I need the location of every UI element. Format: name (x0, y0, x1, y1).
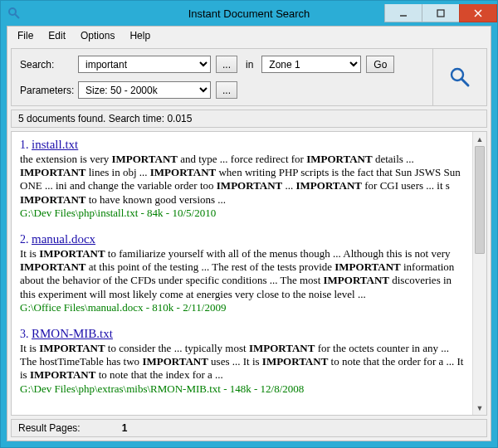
result-pages-label: Result Pages: (18, 422, 81, 434)
parameters-label: Parameters: (20, 85, 78, 96)
result-title-link[interactable]: RMON-MIB.txt (32, 327, 113, 340)
result-item: 3. RMON-MIB.txtIt is IMPORTANT to consid… (20, 326, 464, 396)
results-container: 1. install.txtthe extension is very IMPO… (11, 131, 487, 416)
scroll-thumb[interactable] (475, 146, 485, 254)
close-button[interactable] (459, 4, 497, 22)
app-icon (7, 7, 21, 20)
zone-select[interactable]: Zone 1 (261, 56, 361, 73)
scroll-down-icon[interactable]: ▼ (473, 401, 486, 415)
result-snippet: It is IMPORTANT to familiarize yourself … (20, 247, 464, 301)
result-number: 1. (20, 139, 32, 151)
menu-options[interactable]: Options (74, 28, 121, 43)
result-item: 1. install.txtthe extension is very IMPO… (20, 137, 464, 220)
search-fields: Search: important ... in Zone 1 Go Param… (20, 56, 424, 99)
result-snippet: It is IMPORTANT to consider the ... typi… (20, 342, 464, 382)
parameters-select[interactable]: Size: 50 - 2000k (78, 81, 211, 99)
svg-rect-3 (437, 10, 444, 17)
result-snippet: the extension is very IMPORTANT and type… (20, 153, 464, 207)
result-item: 2. manual.docxIt is IMPORTANT to familia… (20, 231, 464, 314)
separator (432, 49, 433, 105)
titlebar[interactable]: Instant Document Search (1, 1, 497, 26)
menu-help[interactable]: Help (123, 28, 157, 43)
svg-line-7 (461, 79, 468, 85)
search-label: Search: (20, 59, 78, 71)
svg-line-1 (15, 14, 19, 18)
magnify-icon (442, 66, 478, 88)
search-panel: Search: important ... in Zone 1 Go Param… (11, 48, 487, 106)
parameters-browse-button[interactable]: ... (216, 81, 237, 99)
in-label: in (242, 59, 256, 71)
results-list[interactable]: 1. install.txtthe extension is very IMPO… (12, 132, 472, 415)
search-input[interactable]: important (78, 56, 211, 73)
menu-file[interactable]: File (11, 28, 40, 43)
search-browse-button[interactable]: ... (216, 56, 237, 73)
svg-point-0 (9, 8, 16, 15)
result-meta: G:\Dev Files\php\install.txt - 84k - 10/… (20, 207, 464, 220)
result-title-link[interactable]: manual.docx (32, 232, 95, 246)
window-controls (385, 4, 497, 22)
minimize-button[interactable] (384, 4, 422, 22)
result-number: 3. (20, 328, 32, 340)
maximize-button[interactable] (422, 4, 460, 22)
result-number: 2. (20, 233, 32, 246)
menu-edit[interactable]: Edit (42, 28, 72, 43)
footer-bar: Result Pages: 1 (11, 419, 487, 437)
result-meta: G:\Office Files\manual.docx - 810k - 2/1… (20, 301, 464, 314)
app-window: Instant Document Search File Edit Option… (0, 0, 498, 448)
status-bar: 5 documents found. Search time: 0.015 (11, 110, 487, 128)
result-meta: G:\Dev Files\php\extras\mibs\RMON-MIB.tx… (20, 382, 464, 396)
client-area: File Edit Options Help Search: important… (7, 26, 491, 441)
scrollbar[interactable]: ▲ ▼ (472, 132, 486, 415)
go-button[interactable]: Go (366, 56, 394, 73)
scroll-up-icon[interactable]: ▲ (473, 132, 486, 146)
page-number[interactable]: 1 (122, 422, 128, 434)
result-title-link[interactable]: install.txt (32, 138, 78, 151)
status-text: 5 documents found. Search time: 0.015 (18, 113, 192, 124)
menubar: File Edit Options Help (7, 27, 491, 45)
